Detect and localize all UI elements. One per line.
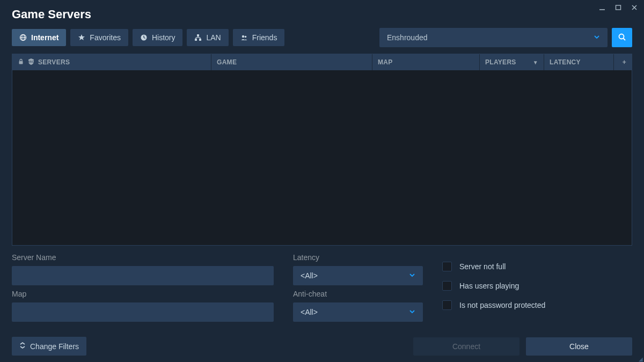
sort-desc-icon: ▼ xyxy=(533,60,538,65)
checkbox-icon xyxy=(442,300,452,310)
tab-friends-label: Friends xyxy=(252,33,277,42)
svg-marker-7 xyxy=(78,34,85,40)
column-servers-label: SERVERS xyxy=(38,58,70,66)
filter-check-hasusers[interactable]: Has users playing xyxy=(442,281,632,291)
connect-button: Connect xyxy=(413,337,519,356)
tab-favorites[interactable]: Favorites xyxy=(70,29,128,46)
tab-lan-label: LAN xyxy=(206,33,221,42)
close-button[interactable]: Close xyxy=(526,337,632,356)
game-filter-dropdown[interactable]: Enshrouded xyxy=(379,28,608,47)
column-header-players[interactable]: PLAYERS ▼ xyxy=(479,54,544,70)
chevron-down-icon xyxy=(594,34,600,42)
resize-grip-icon[interactable]: ◢ xyxy=(639,358,643,361)
svg-line-21 xyxy=(624,38,626,40)
filter-latency-dropdown[interactable]: <All> xyxy=(293,266,423,285)
svg-point-20 xyxy=(619,34,624,39)
connect-label: Connect xyxy=(452,342,480,351)
tab-lan[interactable]: LAN xyxy=(187,29,228,46)
column-game-label: GAME xyxy=(217,58,237,66)
checkbox-icon xyxy=(442,281,452,291)
close-window-button[interactable] xyxy=(630,3,639,12)
filter-hasusers-label: Has users playing xyxy=(459,282,519,290)
collapse-icon xyxy=(19,342,26,351)
change-filters-label: Change Filters xyxy=(30,342,79,351)
maximize-button[interactable] xyxy=(614,3,623,12)
tab-internet-label: Internet xyxy=(31,33,58,42)
search-icon xyxy=(618,33,626,43)
page-title: Game Servers xyxy=(12,8,632,21)
svg-text:VAC: VAC xyxy=(28,60,34,63)
column-latency-label: LATENCY xyxy=(550,58,581,66)
column-header-latency[interactable]: LATENCY xyxy=(544,54,613,70)
filter-map-label: Map xyxy=(12,290,274,298)
filter-notfull-label: Server not full xyxy=(459,262,506,271)
filter-check-nopassword[interactable]: Is not password protected xyxy=(442,300,632,310)
game-filter-value: Enshrouded xyxy=(387,33,428,42)
server-list-body xyxy=(12,70,632,245)
vac-shield-icon: VAC xyxy=(27,58,35,67)
filter-servername-label: Server Name xyxy=(12,253,274,262)
filter-servername-input[interactable] xyxy=(12,266,274,285)
column-header-servers[interactable]: VAC SERVERS xyxy=(12,54,211,70)
minimize-button[interactable] xyxy=(598,3,606,12)
column-map-label: MAP xyxy=(378,58,393,66)
plus-icon-label: + xyxy=(623,58,626,66)
tab-friends[interactable]: Friends xyxy=(233,29,285,46)
clock-icon xyxy=(140,34,148,41)
chevron-down-icon xyxy=(409,308,415,316)
friends-icon xyxy=(240,34,248,41)
svg-rect-22 xyxy=(19,61,23,64)
svg-rect-12 xyxy=(195,39,197,41)
change-filters-button[interactable]: Change Filters xyxy=(12,337,86,356)
lan-icon xyxy=(194,34,202,41)
checkbox-icon xyxy=(442,262,452,271)
server-list-panel: VAC SERVERS GAME MAP PLAYERS ▼ LATENCY + xyxy=(12,54,632,246)
svg-rect-1 xyxy=(616,5,621,10)
chevron-down-icon xyxy=(409,272,415,280)
close-label: Close xyxy=(569,342,589,351)
globe-icon xyxy=(19,34,27,41)
tab-favorites-label: Favorites xyxy=(90,33,121,42)
filter-latency-value: <All> xyxy=(301,271,318,280)
column-header-add[interactable]: + xyxy=(613,54,632,70)
filter-anticheat-dropdown[interactable]: <All> xyxy=(293,302,423,322)
svg-point-18 xyxy=(242,35,244,38)
svg-rect-13 xyxy=(199,39,201,41)
lock-icon xyxy=(18,58,24,67)
column-header-map[interactable]: MAP xyxy=(372,54,479,70)
svg-rect-11 xyxy=(197,34,199,36)
tab-history[interactable]: History xyxy=(133,29,183,46)
search-button[interactable] xyxy=(612,28,632,47)
filter-anticheat-label: Anti-cheat xyxy=(293,290,423,298)
filter-map-input[interactable] xyxy=(12,302,274,322)
filter-check-notfull[interactable]: Server not full xyxy=(442,262,632,271)
column-header-game[interactable]: GAME xyxy=(211,54,372,70)
star-icon xyxy=(78,34,85,41)
filter-nopassword-label: Is not password protected xyxy=(459,301,545,309)
tab-internet[interactable]: Internet xyxy=(12,29,66,46)
filter-anticheat-value: <All> xyxy=(301,308,318,316)
filter-latency-label: Latency xyxy=(293,253,423,262)
svg-point-19 xyxy=(244,36,246,38)
tab-history-label: History xyxy=(152,33,175,42)
column-players-label: PLAYERS xyxy=(485,58,516,66)
